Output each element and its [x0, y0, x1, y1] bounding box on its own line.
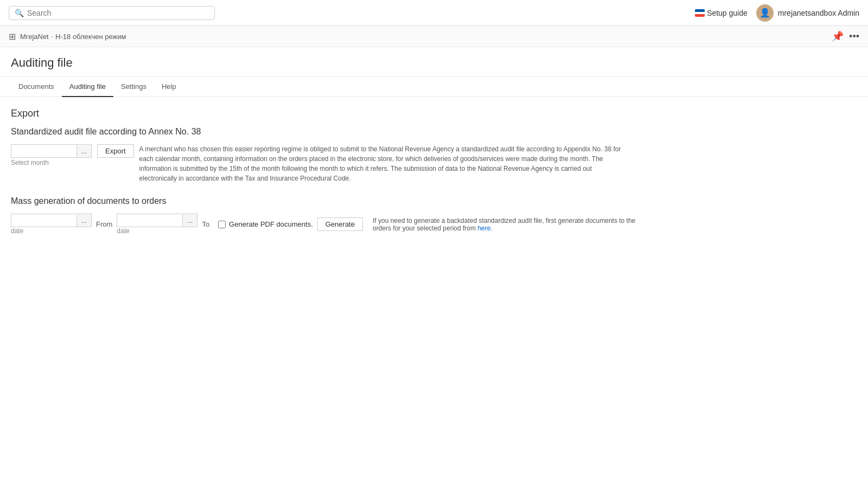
tab-help[interactable]: Help	[154, 77, 184, 97]
month-input-group: ...	[11, 144, 92, 158]
breadcrumb-mode: Н-18 облекчен режим	[55, 33, 126, 41]
generate-pdf-group: Generate PDF documents.	[218, 220, 313, 228]
pin-icon[interactable]: 📌	[832, 30, 844, 42]
export-section: Export Standardized audit file according…	[11, 108, 857, 183]
avatar: 👤	[756, 4, 774, 22]
tab-documents[interactable]: Documents	[11, 77, 62, 97]
to-date-ellipsis-button[interactable]: ...	[182, 215, 197, 227]
breadcrumb-separator: -	[51, 33, 53, 41]
mass-gen-row: ... date From ... date To Generate PDF d…	[11, 214, 857, 235]
export-description: A merchant who has chosen this easier re…	[139, 144, 628, 183]
generate-button[interactable]: Generate	[317, 217, 363, 231]
to-date-col: ... date	[117, 214, 197, 235]
mass-gen-section: Mass generation of documents to orders .…	[11, 196, 857, 235]
mass-gen-title: Mass generation of documents to orders	[11, 196, 857, 206]
to-date-label: date	[117, 227, 197, 235]
search-icon: 🔍	[15, 9, 24, 17]
select-month-input[interactable]	[11, 145, 76, 157]
setup-guide-label: Setup guide	[707, 9, 748, 17]
tab-auditing-file[interactable]: Auditing file	[62, 77, 113, 97]
breadcrumb-right: 📌 •••	[832, 30, 859, 42]
from-date-label: date	[11, 227, 92, 235]
top-nav: 🔍 Setup guide 👤 mrejanetsandbox Admin	[0, 0, 868, 26]
export-row: ... Select month Export A merchant who h…	[11, 144, 857, 183]
grid-icon: ⊞	[9, 31, 16, 42]
page-header: Auditing file	[0, 47, 868, 77]
user-section[interactable]: 👤 mrejanetsandbox Admin	[756, 4, 859, 22]
annex-subsection-title: Standardized audit file according to Ann…	[11, 127, 857, 137]
gen-info-text: If you need to generate a backdated stan…	[373, 217, 644, 232]
to-label: To	[202, 220, 209, 228]
user-name: mrejanetsandbox Admin	[778, 9, 859, 17]
page-title: Auditing file	[11, 56, 857, 70]
nav-right: Setup guide 👤 mrejanetsandbox Admin	[695, 4, 859, 22]
main-content: Export Standardized audit file according…	[0, 97, 868, 248]
from-date-ellipsis-button[interactable]: ...	[76, 215, 91, 227]
setup-guide-link[interactable]: Setup guide	[695, 9, 748, 17]
month-ellipsis-button[interactable]: ...	[76, 145, 91, 157]
breadcrumb-bar: ⊞ MrejaNet - Н-18 облекчен режим 📌 •••	[0, 26, 868, 47]
from-date-col: ... date	[11, 214, 92, 235]
to-date-input-group: ...	[117, 214, 197, 227]
to-date-input[interactable]	[117, 214, 182, 227]
export-section-title: Export	[11, 108, 857, 119]
tab-settings[interactable]: Settings	[113, 77, 154, 97]
generate-pdf-label[interactable]: Generate PDF documents.	[229, 220, 313, 228]
more-icon[interactable]: •••	[849, 31, 859, 42]
breadcrumb: ⊞ MrejaNet - Н-18 облекчен режим	[9, 31, 126, 42]
breadcrumb-app-name[interactable]: MrejaNet	[20, 33, 49, 41]
export-button[interactable]: Export	[97, 144, 134, 158]
from-date-input[interactable]	[11, 214, 76, 227]
generate-pdf-checkbox[interactable]	[218, 221, 226, 228]
select-month-label: Select month	[11, 159, 92, 166]
from-label: From	[96, 220, 112, 228]
search-box[interactable]: 🔍	[9, 6, 215, 20]
tabs: Documents Auditing file Settings Help	[0, 77, 868, 97]
flag-icon	[695, 9, 705, 17]
from-date-input-group: ...	[11, 214, 92, 227]
here-link[interactable]: here	[477, 224, 490, 232]
search-input[interactable]	[27, 9, 209, 17]
